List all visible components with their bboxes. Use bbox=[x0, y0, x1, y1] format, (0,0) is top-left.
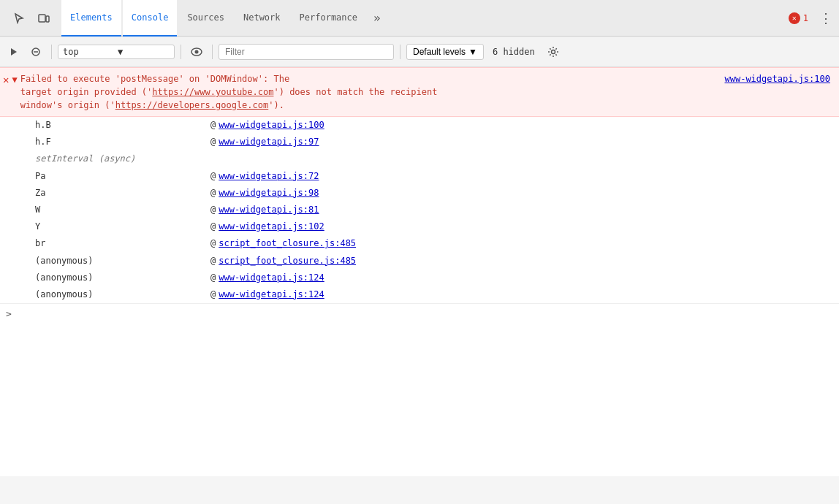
error-message-block: ✕ ▼ Failed to execute 'postMessage' on '… bbox=[0, 67, 839, 117]
youtube-url-link[interactable]: https://www.youtube.com bbox=[152, 87, 273, 97]
hidden-count-badge: 6 hidden bbox=[487, 47, 541, 57]
trace-row: (anonymous) @ www-widgetapi.js:124 bbox=[0, 270, 839, 286]
trace-row: Za @ www-widgetapi.js:98 bbox=[0, 185, 839, 202]
console-prompt: > bbox=[6, 308, 12, 319]
trace-row: h.B @ www-widgetapi.js:100 bbox=[0, 117, 839, 134]
eye-icon[interactable] bbox=[187, 42, 206, 61]
tab-console[interactable]: Console bbox=[123, 0, 178, 37]
error-count-badge[interactable]: ✕ 1 bbox=[783, 12, 814, 24]
default-levels-arrow: ▼ bbox=[468, 47, 477, 57]
toolbar-divider-3 bbox=[212, 45, 213, 59]
trace-source-link[interactable]: www-widgetapi.js:81 bbox=[219, 203, 319, 217]
trace-source-link[interactable]: www-widgetapi.js:72 bbox=[219, 169, 319, 183]
trace-source-link[interactable]: www-widgetapi.js:102 bbox=[219, 220, 324, 234]
trace-function-name: (anonymous) bbox=[35, 254, 210, 268]
console-toolbar: top ▼ Default levels ▼ 6 hidden bbox=[0, 37, 839, 67]
trace-function-name: (anonymous) bbox=[35, 288, 210, 302]
default-levels-button[interactable]: Default levels ▼ bbox=[406, 44, 484, 60]
tab-sources[interactable]: Sources bbox=[178, 0, 233, 37]
error-x-icon: ✕ bbox=[3, 74, 9, 85]
tab-performance[interactable]: Performance bbox=[291, 0, 366, 37]
trace-row: Pa @ www-widgetapi.js:72 bbox=[0, 168, 839, 185]
svg-point-6 bbox=[195, 50, 199, 53]
devtools-menu-button[interactable]: ⋮ bbox=[816, 8, 836, 28]
toolbar-divider-1 bbox=[51, 45, 52, 59]
trace-function-name: Pa bbox=[35, 169, 210, 183]
trace-row: (anonymous) @ www-widgetapi.js:124 bbox=[0, 286, 839, 303]
expand-triangle-icon[interactable]: ▼ bbox=[12, 75, 17, 85]
console-content: ✕ ▼ Failed to execute 'postMessage' on '… bbox=[0, 67, 839, 476]
toolbar-divider-4 bbox=[400, 45, 400, 59]
trace-row: (anonymous) @ script_foot_closure.js:485 bbox=[0, 253, 839, 270]
trace-row: br @ script_foot_closure.js:485 bbox=[0, 235, 839, 252]
devtools-icons bbox=[3, 8, 60, 28]
toolbar-divider-2 bbox=[181, 45, 181, 59]
error-message-text: Failed to execute 'postMessage' on 'DOMW… bbox=[20, 72, 722, 112]
svg-marker-2 bbox=[11, 48, 17, 56]
svg-rect-0 bbox=[39, 15, 45, 22]
console-input[interactable] bbox=[16, 309, 833, 319]
trace-source-link[interactable]: script_foot_closure.js:485 bbox=[219, 254, 356, 268]
context-selector[interactable]: top ▼ bbox=[58, 45, 175, 59]
trace-source-link[interactable]: www-widgetapi.js:97 bbox=[219, 135, 319, 149]
svg-point-7 bbox=[551, 50, 555, 53]
svg-rect-1 bbox=[46, 16, 49, 22]
trace-function-name: br bbox=[35, 237, 210, 251]
stack-trace: h.B @ www-widgetapi.js:100h.F @ www-widg… bbox=[0, 117, 839, 303]
trace-row: Y @ www-widgetapi.js:102 bbox=[0, 218, 839, 235]
trace-function-name: Za bbox=[35, 186, 210, 200]
settings-gear-icon[interactable] bbox=[544, 42, 563, 61]
console-input-row: > bbox=[0, 303, 839, 324]
trace-source-link[interactable]: www-widgetapi.js:98 bbox=[219, 186, 319, 200]
context-dropdown-arrow: ▼ bbox=[118, 47, 170, 57]
trace-row: W @ www-widgetapi.js:81 bbox=[0, 202, 839, 218]
cursor-icon[interactable] bbox=[9, 8, 29, 28]
error-source-link[interactable]: www-widgetapi.js:100 bbox=[725, 74, 837, 84]
trace-row: setInterval (async) bbox=[0, 150, 839, 167]
trace-function-name: Y bbox=[35, 220, 210, 234]
trace-row: h.F @ www-widgetapi.js:97 bbox=[0, 134, 839, 150]
execute-icon[interactable] bbox=[4, 42, 23, 61]
google-url-link[interactable]: https://developers.google.com bbox=[115, 100, 269, 110]
trace-source-link[interactable]: www-widgetapi.js:124 bbox=[219, 271, 324, 285]
trace-function-name: (anonymous) bbox=[35, 271, 210, 285]
more-tabs-button[interactable]: » bbox=[368, 0, 387, 37]
tab-bar: Elements Console Sources Network Perform… bbox=[0, 0, 839, 37]
trace-source-link[interactable]: www-widgetapi.js:100 bbox=[219, 118, 324, 132]
filter-input[interactable] bbox=[219, 44, 394, 60]
trace-function-name: W bbox=[35, 203, 210, 217]
error-circle-icon: ✕ bbox=[789, 12, 800, 24]
trace-source-link[interactable]: script_foot_closure.js:485 bbox=[219, 237, 356, 251]
clear-console-icon[interactable] bbox=[26, 42, 45, 61]
device-toggle-icon[interactable] bbox=[34, 8, 54, 28]
tab-elements[interactable]: Elements bbox=[61, 0, 121, 37]
trace-function-name: h.F bbox=[35, 135, 210, 149]
trace-source-link[interactable]: www-widgetapi.js:124 bbox=[219, 288, 324, 302]
trace-function-name: h.B bbox=[35, 118, 210, 132]
tab-network[interactable]: Network bbox=[235, 0, 289, 37]
